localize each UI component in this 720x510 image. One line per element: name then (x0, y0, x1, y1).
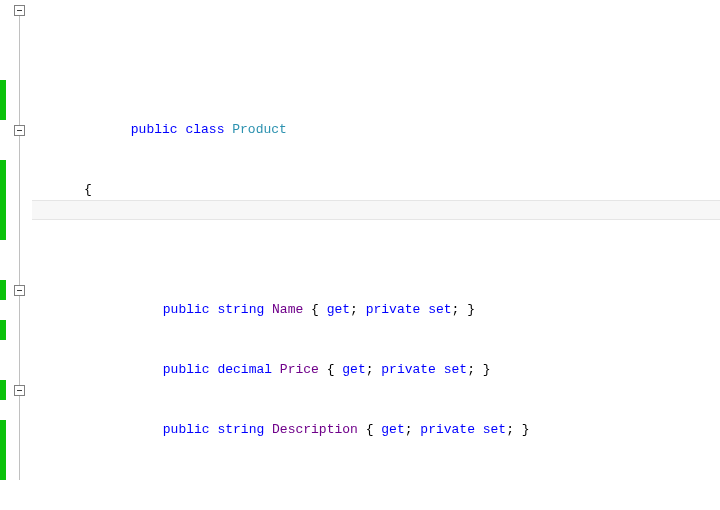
fold-toggle-icon[interactable] (14, 125, 25, 136)
keyword: private set (366, 302, 452, 317)
keyword: public (163, 302, 210, 317)
fold-toggle-icon[interactable] (14, 385, 25, 396)
keyword: get (327, 302, 350, 317)
member: Description (272, 422, 358, 437)
member: Price (280, 362, 319, 377)
type-name: Product (232, 122, 287, 137)
type: string (217, 302, 264, 317)
type: decimal (217, 362, 272, 377)
member: Name (272, 302, 303, 317)
fold-toggle-icon[interactable] (14, 5, 25, 16)
current-line-highlight (32, 200, 720, 220)
code-area[interactable]: public class Product { public string Nam… (32, 0, 720, 510)
keyword: public (163, 422, 210, 437)
keyword: public (131, 122, 178, 137)
code-editor[interactable]: public class Product { public string Nam… (0, 0, 720, 510)
type: string (217, 422, 264, 437)
brace-open: { (84, 182, 92, 197)
accessor: { (311, 302, 327, 317)
fold-toggle-icon[interactable] (14, 285, 25, 296)
keyword: public (163, 362, 210, 377)
outline-gutter (6, 0, 32, 510)
keyword: class (185, 122, 224, 137)
